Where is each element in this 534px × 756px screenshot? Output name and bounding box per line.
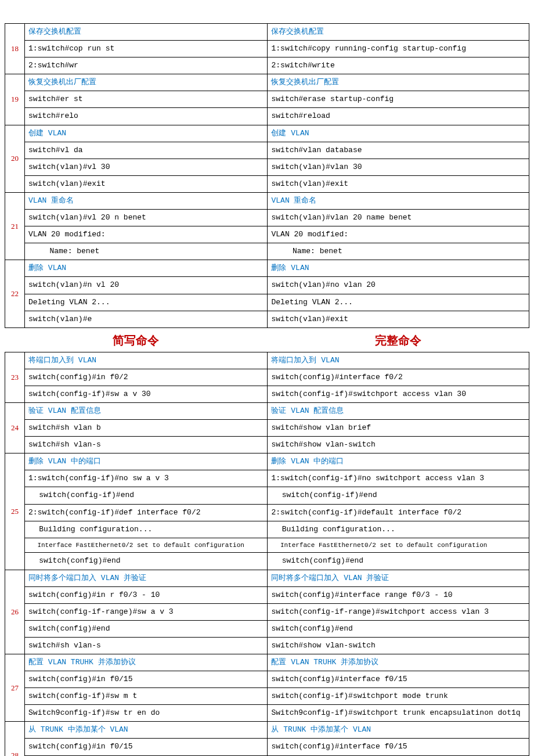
- cell-full: switch(vlan)#vlan 30: [268, 159, 529, 175]
- cell-full: switch(config)#interface f0/15: [268, 739, 529, 755]
- cell-full: switch#reload: [268, 108, 529, 125]
- command-line: switch(vlan)#no vlan 20: [271, 280, 375, 289]
- cell-short: switch(config-if)#sw a v 30: [25, 386, 268, 402]
- cell-short: Building configuration...: [25, 521, 268, 538]
- row-title-short: 删除 VLAN 中的端口: [25, 453, 268, 470]
- row-title-full: 验证 VLAN 配置信息: [268, 402, 529, 419]
- command-line: switch(config-if)#sw a v 30: [28, 390, 151, 398]
- row-number: 24: [5, 402, 25, 453]
- row-title-short: 配置 VLAN TRUHK 并添加协议: [25, 654, 268, 671]
- cell-short: switch(vlan)#vl 20 n benet: [25, 210, 268, 226]
- cell-full: Name: benet: [268, 243, 529, 260]
- cell-short: switch(config-if)#sw m t: [25, 688, 268, 705]
- cell-full: switch(config-if-range)#switchport acces…: [268, 603, 529, 620]
- row-title-short: VLAN 重命名: [25, 192, 268, 209]
- command-line: Deleting VLAN 2...: [271, 298, 352, 307]
- cell-short: switch(config-if-range)#sw a v 3: [25, 603, 268, 620]
- command-line: Interface FastEthernet0/2 set to default…: [271, 540, 525, 551]
- cell-short: switch#vl da: [25, 142, 268, 159]
- command-line: switch#vl da: [28, 146, 83, 154]
- row-title-short: 删除 VLAN: [25, 260, 268, 277]
- cell-full: switch(vlan)#no vlan 20: [268, 277, 529, 294]
- cell-short: Interface FastEthernet0/2 set to default…: [25, 538, 268, 553]
- cell-short: 1:switch(config-if)#no sw a v 3: [25, 470, 268, 487]
- command-line: switch(vlan)#vl 20 n benet: [28, 213, 146, 222]
- command-line: switch(config)#end: [28, 624, 110, 633]
- command-table-lower: 23将端口加入到 VLAN将端口加入到 VLANswitch(config)#i…: [5, 352, 529, 756]
- command-line: 2:switch(config-if)#def interface f0/2: [28, 508, 200, 517]
- cell-short: Switch9config-if)#sw tr en do: [25, 705, 268, 722]
- command-line: switch#erase startup-config: [271, 95, 394, 103]
- command-line: switch#show vlan brief: [271, 423, 371, 432]
- command-line: switch(config-if)#end: [28, 489, 264, 502]
- cell-short: switch(vlan)#exit: [25, 175, 268, 192]
- command-line: switch(vlan)#exit: [271, 315, 348, 323]
- row-number: 23: [5, 352, 25, 402]
- command-line: switch#sh vlan-s: [28, 440, 101, 449]
- command-line: switch(config)#interface f0/15: [271, 742, 407, 751]
- row-title-full: 将端口加入到 VLAN: [268, 352, 529, 369]
- cell-short: switch(config)#in f0/15: [25, 671, 268, 688]
- cell-short: switch#er st: [25, 91, 268, 108]
- cell-short: Deleting VLAN 2...: [25, 294, 268, 311]
- command-line: switch(vlan)#vl 30: [28, 163, 110, 171]
- cell-short: switch(config-if)#end: [25, 487, 268, 504]
- cell-short: switch(vlan)#e: [25, 311, 268, 327]
- row-title-full: 保存交换机配置: [268, 24, 529, 41]
- row-title-full: VLAN 重命名: [268, 192, 529, 209]
- cell-short: switch(config)#in f0/15: [25, 739, 268, 755]
- row-number: 20: [5, 125, 25, 192]
- cell-short: switch#relo: [25, 108, 268, 125]
- row-title-short: 保存交换机配置: [25, 24, 268, 41]
- cell-short: Name: benet: [25, 243, 268, 260]
- cell-full: 2:switch(config-if)#default interface f0…: [268, 504, 529, 521]
- command-line: switch(config)#in r f0/3 - 10: [28, 591, 160, 599]
- row-title-short: 恢复交换机出厂配置: [25, 74, 268, 91]
- cell-short: switch(config)#in r f0/3 - 10: [25, 586, 268, 603]
- cell-full: Interface FastEthernet0/2 set to default…: [268, 538, 529, 553]
- cell-short: VLAN 20 modified:: [25, 226, 268, 243]
- command-line: switch(config-if-range)#switchport acces…: [271, 607, 488, 616]
- command-line: 1:switch#copy running-config startup-con…: [271, 44, 466, 53]
- cell-full: switch(config-if)#switchport access vlan…: [268, 386, 529, 402]
- cell-short: switch(config)#in f0/2: [25, 369, 268, 386]
- cell-full: switch#show vlan-switch: [268, 637, 529, 654]
- command-line: switch(config-if-range)#sw a v 3: [28, 607, 174, 616]
- cell-full: 1:switch(config-if)#no switchport access…: [268, 470, 529, 487]
- command-line: switch#relo: [28, 111, 78, 120]
- command-line: switch(vlan)#vlan 30: [271, 163, 362, 171]
- command-line: Switch9config-if)#sw tr en do: [28, 708, 160, 717]
- command-line: switch(config)#in f0/2: [28, 373, 128, 381]
- cell-full: switch#show vlan-switch: [268, 437, 529, 453]
- cell-full: switch(vlan)#vlan 20 name benet: [268, 210, 529, 226]
- cell-full: Switch9config-if)#switchport trunk encap…: [268, 705, 529, 722]
- command-line: switch(config)#end: [271, 624, 352, 633]
- row-title-full: 配置 VLAN TRUHK 并添加协议: [268, 654, 529, 671]
- cell-full: Deleting VLAN 2...: [268, 294, 529, 311]
- command-line: switch#show vlan-switch: [271, 641, 375, 650]
- command-line: switch(config)#end: [28, 555, 264, 567]
- cell-full: switch(config)#interface range f0/3 - 10: [268, 586, 529, 603]
- command-line: switch#sh vlan b: [28, 423, 101, 432]
- command-line: switch(vlan)#e: [28, 315, 92, 323]
- cell-full: switch#vlan database: [268, 142, 529, 159]
- command-line: VLAN 20 modified:: [28, 230, 106, 239]
- row-title-full: 同时将多个端口加入 VLAN 并验证: [268, 570, 529, 586]
- cell-full: switch#show vlan brief: [268, 420, 529, 437]
- command-line: switch(config)#in f0/15: [28, 675, 132, 683]
- cell-short: switch(config)#end: [25, 553, 268, 570]
- row-number: 21: [5, 192, 25, 260]
- cell-short: switch(vlan)#vl 30: [25, 159, 268, 175]
- cell-short: switch#sh vlan-s: [25, 637, 268, 654]
- row-number: 27: [5, 654, 25, 721]
- cell-short: switch(vlan)#n vl 20: [25, 277, 268, 294]
- command-line: 1:switch(config-if)#no switchport access…: [271, 474, 484, 483]
- command-line: switch(config)#interface f0/15: [271, 675, 407, 683]
- cell-full: switch(config)#end: [268, 620, 529, 637]
- command-line: switch(vlan)#exit: [271, 179, 348, 188]
- command-line: Building configuration...: [28, 523, 264, 536]
- command-line: switch(config-if)#switchport access vlan…: [271, 390, 466, 398]
- cell-full: switch(config-if)#switchport mode trunk: [268, 688, 529, 705]
- command-line: 1:switch(config-if)#no sw a v 3: [28, 474, 169, 483]
- cell-full: Building configuration...: [268, 521, 529, 538]
